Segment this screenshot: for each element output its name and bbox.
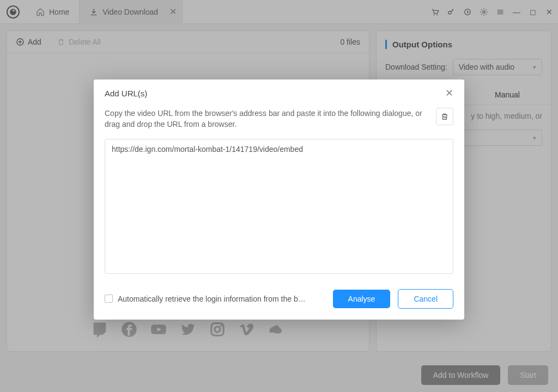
auto-login-checkbox[interactable]: Automatically retrieve the login informa… [105, 295, 325, 303]
auto-login-label: Automatically retrieve the login informa… [118, 295, 306, 303]
modal-description: Copy the video URL from the browser's ad… [105, 108, 429, 130]
modal-close-icon[interactable]: ✕ [445, 87, 453, 99]
modal-footer: Automatically retrieve the login informa… [94, 286, 464, 320]
clear-urls-button[interactable] [436, 108, 453, 125]
modal-header: Add URL(s) ✕ [94, 79, 464, 105]
trash-icon [440, 112, 449, 121]
modal-title: Add URL(s) [105, 89, 147, 98]
analyse-button[interactable]: Analyse [333, 290, 391, 308]
add-url-modal: Add URL(s) ✕ Copy the video URL from the… [94, 79, 464, 320]
cancel-button[interactable]: Cancel [398, 289, 453, 309]
modal-body: Copy the video URL from the browser's ad… [94, 105, 464, 286]
checkbox-icon [105, 295, 113, 303]
url-textarea[interactable] [105, 139, 453, 274]
